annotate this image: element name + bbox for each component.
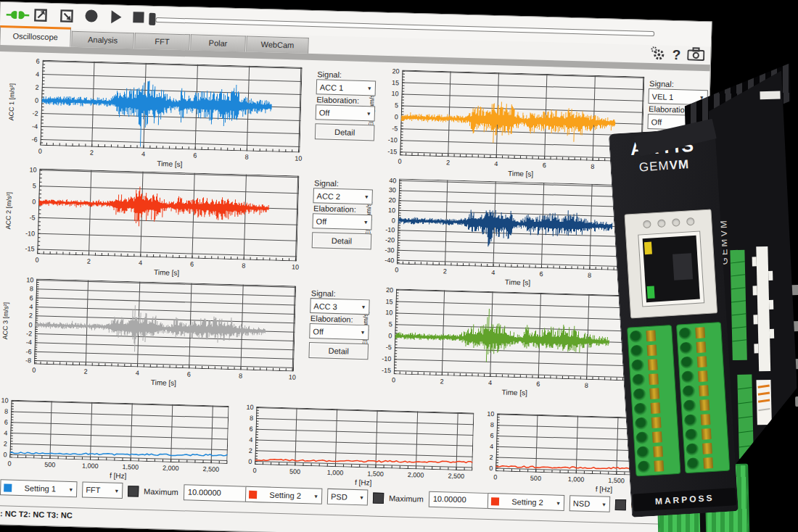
xtick: 4 [123, 369, 152, 377]
ytick: 8 [13, 285, 33, 293]
detail-button[interactable]: Detail [315, 123, 375, 141]
status-led [643, 220, 651, 229]
detail-button[interactable]: Detail [312, 232, 372, 249]
ytick: -15 [371, 367, 391, 375]
ethernet-tab [672, 253, 693, 280]
ytick: 10 [16, 166, 36, 174]
xtick: 4 [475, 379, 504, 387]
xtick: 6 [524, 380, 553, 388]
series-color-swatch [491, 497, 499, 505]
chevron-down-icon: ▼ [360, 330, 365, 335]
ytick: -10 [15, 229, 35, 237]
restore-window-button[interactable] [59, 9, 74, 26]
brand-gem: GEM [638, 159, 670, 175]
elaboration-select[interactable]: Off▼ [312, 213, 372, 230]
settings-gear-icon[interactable] [649, 45, 666, 65]
setting-select[interactable]: Setting 1▼ [0, 479, 78, 497]
status-text: T1: NC T2: NC T3: NC [0, 509, 73, 520]
ylab: ACC 2 [m/s²] [4, 167, 15, 253]
chart-acc1: ACC 1 [m/s²]6420-2-4-60246810Time [s] [7, 59, 310, 176]
plotbox [34, 279, 296, 372]
ytick: -8 [11, 357, 31, 365]
xtick: 500 [521, 474, 550, 482]
elaboration-label: Elaboration: [316, 95, 375, 105]
maximum-checkbox[interactable] [128, 486, 139, 496]
elaboration-select[interactable]: Off▼ [316, 104, 376, 121]
xtick: 0 [385, 157, 414, 165]
signal-select[interactable]: ACC 2▼ [313, 188, 373, 204]
ytick: -6 [11, 347, 31, 355]
ytick: 2 [232, 446, 252, 454]
record-button[interactable] [85, 9, 97, 22]
elaboration-value: Off [313, 327, 324, 336]
xtick: 8 [226, 372, 255, 380]
ytick: 10 [372, 309, 392, 317]
setting-select[interactable]: Setting 2▼ [488, 493, 565, 511]
mode-select[interactable]: FFT▼ [82, 481, 123, 499]
camera-icon[interactable] [687, 46, 705, 64]
mode-value: NSD [573, 499, 591, 508]
timeline-slider-handle[interactable] [149, 13, 155, 25]
tab-webcam[interactable]: WebCam [246, 36, 309, 54]
tab-oscilloscope[interactable]: Oscilloscope [0, 25, 71, 47]
chevron-down-icon: ▼ [359, 495, 364, 500]
terminal-hole [633, 388, 646, 401]
setting-select[interactable]: Setting 2▼ [245, 486, 323, 504]
device-status-leds [625, 216, 711, 229]
device-io-panel [625, 209, 718, 318]
ytick: 15 [373, 297, 393, 305]
detail-button[interactable]: Detail [308, 342, 369, 359]
ytick: 0 [378, 113, 398, 121]
plot-canvas [9, 400, 229, 464]
plotbox [40, 60, 302, 153]
terminal-hole [637, 460, 651, 473]
help-icon[interactable]: ? [672, 47, 680, 62]
ytick: 10 [474, 410, 494, 418]
terminal-hole [635, 431, 649, 444]
stop-button[interactable] [133, 12, 144, 22]
tab-analysis[interactable]: Analysis [71, 31, 134, 49]
xtick: 1,500 [116, 463, 145, 471]
ytick: 0 [375, 216, 395, 224]
terminal-hole [635, 417, 649, 430]
xtick: 0 [0, 460, 24, 467]
chevron-down-icon: ▼ [114, 488, 119, 493]
ytick: 20 [373, 286, 393, 294]
elaboration-select[interactable]: Off▼ [309, 323, 369, 340]
chevron-down-icon: ▼ [601, 502, 606, 507]
play-button[interactable] [111, 10, 121, 23]
ytick: 5 [378, 101, 398, 109]
ytick: 0 [15, 198, 36, 206]
ytick: 6 [20, 57, 40, 65]
mode-select[interactable]: NSD▼ [569, 495, 611, 512]
signal-panel-acc3: Signal: ACC 3▼ Elaboration: Off▼ Detail [308, 288, 370, 359]
elaboration-value: Off [319, 108, 330, 117]
terminal-hole [631, 359, 645, 372]
marposs-logo: MARPOSS [633, 488, 736, 512]
ytick: 2 [12, 312, 33, 320]
tab-polar[interactable]: Polar [190, 34, 246, 51]
signal-select[interactable]: ACC 3▼ [310, 298, 370, 315]
maximum-checkbox[interactable] [373, 492, 384, 503]
elaboration-label: Elaboration: [310, 314, 369, 324]
terminal-contact [699, 385, 709, 396]
terminal-cell [686, 454, 728, 471]
mode-select[interactable]: PSD▼ [327, 489, 369, 506]
chart-acc3: ACC 3 [m/s²]1086420-2-4-6-80246810Time [… [0, 278, 303, 395]
ytick: -4 [12, 338, 32, 346]
ytick: -40 [374, 256, 394, 264]
artis-gemvm-device: GEMVM ARTIS GEMVM [603, 60, 798, 532]
maximize-window-button[interactable] [33, 8, 48, 25]
xtick: 2 [430, 267, 459, 275]
ytick: 0 [231, 457, 252, 465]
tab-fft[interactable]: FFT [134, 33, 190, 50]
terminal-contact [702, 443, 712, 454]
signal-value: ACC 2 [317, 191, 341, 201]
tab-label: FFT [155, 37, 169, 46]
terminal-hole [680, 356, 694, 369]
status-led [672, 218, 680, 227]
ytick: 4 [12, 303, 33, 311]
xtick: 8 [229, 262, 258, 270]
signal-select[interactable]: ACC 1▼ [316, 79, 377, 96]
plot-canvas [40, 60, 302, 153]
